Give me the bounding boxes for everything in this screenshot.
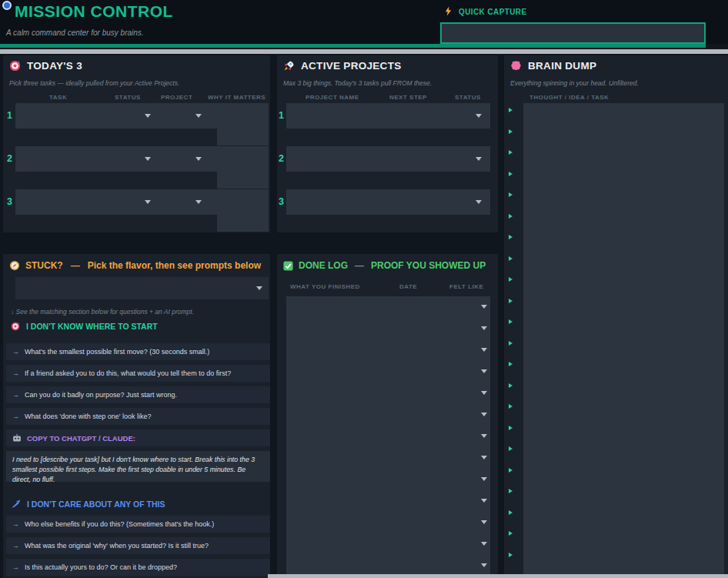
chevron-down-icon[interactable] xyxy=(481,413,487,416)
chevron-down-icon[interactable] xyxy=(481,520,487,524)
status-dropdown-icon[interactable] xyxy=(476,114,482,118)
chevron-down-icon[interactable] xyxy=(481,348,487,352)
chevron-down-icon[interactable] xyxy=(481,326,487,330)
dash: — xyxy=(68,260,82,271)
stuck-panel: STUCK? — Pick the flavor, then see promp… xyxy=(3,254,270,578)
project-row-cells[interactable] xyxy=(286,189,490,215)
row-number: 2 xyxy=(7,153,12,164)
done-log-panel: DONE LOG — PROOF YOU SHOWED UP WHAT YOU … xyxy=(277,254,498,578)
table-row: 2 xyxy=(3,146,270,189)
stuck-subtitle: Pick the flavor, then see prompts below xyxy=(88,260,261,271)
task-row-cells[interactable] xyxy=(15,189,269,215)
status-dropdown-icon[interactable] xyxy=(145,200,151,204)
status-dropdown-icon[interactable] xyxy=(145,157,151,161)
column-header-task: TASK xyxy=(49,94,67,101)
brain-dump-panel: BRAIN DUMP Everything spinning in your h… xyxy=(504,55,728,578)
small-right-arrow-icon xyxy=(509,256,513,261)
chevron-down-icon[interactable] xyxy=(481,456,487,459)
small-right-arrow-icon xyxy=(509,277,513,282)
quick-capture-input[interactable] xyxy=(440,22,706,44)
small-right-arrow-icon xyxy=(509,404,513,409)
chevron-down-icon[interactable] xyxy=(481,391,487,395)
arrow-icon: → xyxy=(12,520,19,528)
small-right-arrow-icon xyxy=(509,299,513,303)
done-log-subtitle: PROOF YOU SHOWED UP xyxy=(371,260,486,271)
stuck-header: STUCK? — Pick the flavor, then see promp… xyxy=(9,260,261,271)
prompt-row: → Can you do it badly on purpose? Just s… xyxy=(6,386,270,403)
small-right-arrow-icon xyxy=(509,319,513,324)
mission-control-page: MISSION CONTROL A calm command center fo… xyxy=(0,0,728,578)
ai-prompt-text[interactable]: I need to [describe your task] but I don… xyxy=(6,451,270,482)
prompt-text: Who else benefits if you do this? (Somet… xyxy=(25,520,214,528)
todays3-panel: TODAY'S 3 Pick three tasks — ideally pul… xyxy=(3,55,270,232)
chevron-down-icon[interactable] xyxy=(481,434,487,438)
small-right-arrow-icon xyxy=(509,468,513,473)
stuck-hint: ↓ See the matching section below for que… xyxy=(11,308,194,316)
brain-dump-entry-area[interactable] xyxy=(523,103,724,578)
chevron-down-icon[interactable] xyxy=(481,305,487,309)
project-dropdown-icon[interactable] xyxy=(195,200,202,204)
page-title: MISSION CONTROL xyxy=(15,2,173,21)
row-number: 3 xyxy=(279,196,284,207)
small-right-arrow-icon xyxy=(509,214,513,219)
column-header-felt-like: FELT LIKE xyxy=(449,283,483,290)
feather-wind-icon xyxy=(11,499,21,509)
small-right-arrow-icon xyxy=(509,553,513,557)
column-header-finished: WHAT YOU FINISHED xyxy=(290,283,360,290)
arrow-icon: → xyxy=(12,413,19,420)
small-right-arrow-icon xyxy=(509,108,513,112)
column-header-why: WHY IT MATTERS xyxy=(208,94,265,101)
column-header-thought: THOUGHT / IDEA / TASK xyxy=(529,94,609,101)
small-right-arrow-icon xyxy=(509,383,513,388)
horizontal-scrollbar[interactable] xyxy=(268,574,728,578)
prompt-text: If a friend asked you to do this, what w… xyxy=(25,369,231,377)
column-header-project-name: PROJECT NAME xyxy=(306,94,359,101)
task-row-cells[interactable] xyxy=(15,146,269,172)
project-dropdown-icon[interactable] xyxy=(195,157,202,161)
chevron-down-icon[interactable] xyxy=(481,563,487,567)
project-row-cells[interactable] xyxy=(286,103,490,129)
done-log-header: DONE LOG — PROOF YOU SHOWED UP xyxy=(283,260,486,271)
done-log-entry-area[interactable] xyxy=(286,296,490,578)
small-right-arrow-icon xyxy=(509,172,513,176)
small-right-arrow-icon xyxy=(509,426,513,430)
section-subtitle: Everything spinning in your head. Unfilt… xyxy=(510,79,639,87)
care-prompts: → Who else benefits if you do this? (Som… xyxy=(6,516,270,578)
prompt-text: What was the original 'why' when you sta… xyxy=(25,542,209,550)
status-dropdown-icon[interactable] xyxy=(476,200,482,204)
chevron-down-icon[interactable] xyxy=(481,477,487,481)
table-row: 2 xyxy=(277,146,498,189)
small-right-arrow-icon xyxy=(509,362,513,366)
chevron-down-icon[interactable] xyxy=(256,286,262,290)
start-prompts: → What's the smallest possible first mov… xyxy=(6,343,270,429)
arrow-icon: → xyxy=(12,542,19,550)
lightning-bolt-icon xyxy=(444,6,452,16)
small-right-arrow-icon xyxy=(509,489,513,493)
brain-icon xyxy=(510,60,522,72)
project-dropdown-icon[interactable] xyxy=(195,114,202,118)
section-subtitle: Max 3 big things. Today's 3 tasks pull F… xyxy=(283,79,432,87)
chevron-down-icon[interactable] xyxy=(481,499,487,503)
chevron-down-icon[interactable] xyxy=(481,369,487,373)
section-subtitle: Pick three tasks — ideally pulled from y… xyxy=(9,79,179,87)
project-row-cells[interactable] xyxy=(286,146,490,172)
small-right-arrow-icon xyxy=(509,531,513,536)
chevron-down-icon[interactable] xyxy=(481,542,487,546)
small-right-arrow-icon xyxy=(509,192,513,197)
table-row: 3 xyxy=(277,189,498,232)
brain-dump-row-markers xyxy=(509,108,513,573)
selection-handle[interactable] xyxy=(2,1,12,10)
status-dropdown-icon[interactable] xyxy=(476,157,482,161)
robot-icon xyxy=(12,433,22,443)
arrow-icon: → xyxy=(12,369,19,377)
dart-target-icon xyxy=(11,322,20,331)
status-dropdown-icon[interactable] xyxy=(145,114,151,118)
flavor-dropdown[interactable] xyxy=(15,277,269,299)
done-log-title: DONE LOG xyxy=(299,260,348,271)
arrow-icon: → xyxy=(12,563,19,571)
table-row: 1 xyxy=(3,103,270,146)
section-title: I DON'T CARE ABOUT ANY OF THIS xyxy=(27,499,165,509)
column-header-next-step: NEXT STEP xyxy=(389,94,427,101)
task-row-cells[interactable] xyxy=(15,103,269,129)
table-row: 3 xyxy=(3,189,270,232)
